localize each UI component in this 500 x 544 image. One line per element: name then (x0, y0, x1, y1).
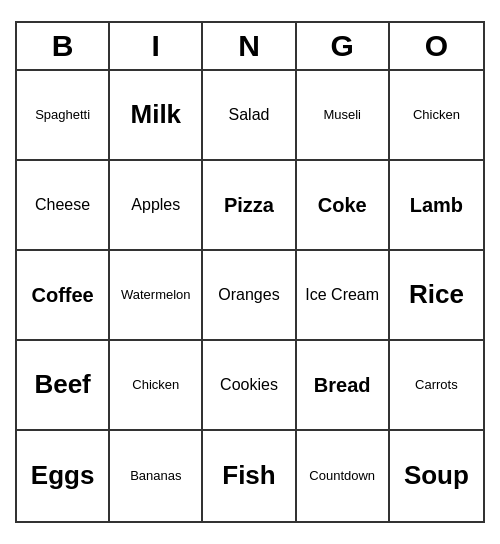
cell-text: Countdown (309, 468, 375, 484)
cell-text: Lamb (410, 193, 463, 217)
bingo-cell: Watermelon (110, 251, 203, 341)
cell-text: Ice Cream (305, 285, 379, 304)
bingo-cell: Fish (203, 431, 296, 521)
cell-text: Rice (409, 279, 464, 310)
bingo-cell: Coke (297, 161, 390, 251)
bingo-cell: Apples (110, 161, 203, 251)
bingo-cell: Salad (203, 71, 296, 161)
bingo-cell: Carrots (390, 341, 483, 431)
bingo-cell: Rice (390, 251, 483, 341)
header-letter: N (203, 23, 296, 69)
cell-text: Fish (222, 460, 275, 491)
bingo-cell: Ice Cream (297, 251, 390, 341)
cell-text: Chicken (132, 377, 179, 393)
header-letter: I (110, 23, 203, 69)
bingo-cell: Bananas (110, 431, 203, 521)
cell-text: Soup (404, 460, 469, 491)
cell-text: Bananas (130, 468, 181, 484)
cell-text: Watermelon (121, 287, 191, 303)
cell-text: Cheese (35, 195, 90, 214)
header-letter: B (17, 23, 110, 69)
bingo-cell: Chicken (110, 341, 203, 431)
bingo-grid: SpaghettiMilkSaladMuseliChickenCheeseApp… (17, 71, 483, 521)
cell-text: Eggs (31, 460, 95, 491)
cell-text: Salad (229, 105, 270, 124)
cell-text: Coffee (31, 283, 93, 307)
cell-text: Cookies (220, 375, 278, 394)
bingo-cell: Soup (390, 431, 483, 521)
cell-text: Coke (318, 193, 367, 217)
bingo-cell: Lamb (390, 161, 483, 251)
bingo-cell: Cheese (17, 161, 110, 251)
bingo-cell: Beef (17, 341, 110, 431)
bingo-header: BINGO (17, 23, 483, 71)
bingo-cell: Pizza (203, 161, 296, 251)
bingo-cell: Museli (297, 71, 390, 161)
bingo-cell: Coffee (17, 251, 110, 341)
bingo-cell: Eggs (17, 431, 110, 521)
cell-text: Spaghetti (35, 107, 90, 123)
bingo-cell: Countdown (297, 431, 390, 521)
bingo-card: BINGO SpaghettiMilkSaladMuseliChickenChe… (15, 21, 485, 523)
bingo-cell: Oranges (203, 251, 296, 341)
bingo-cell: Milk (110, 71, 203, 161)
bingo-cell: Bread (297, 341, 390, 431)
cell-text: Bread (314, 373, 371, 397)
bingo-cell: Spaghetti (17, 71, 110, 161)
header-letter: O (390, 23, 483, 69)
bingo-cell: Chicken (390, 71, 483, 161)
cell-text: Milk (131, 99, 182, 130)
cell-text: Apples (131, 195, 180, 214)
bingo-cell: Cookies (203, 341, 296, 431)
cell-text: Museli (323, 107, 361, 123)
header-letter: G (297, 23, 390, 69)
cell-text: Carrots (415, 377, 458, 393)
cell-text: Chicken (413, 107, 460, 123)
cell-text: Beef (34, 369, 90, 400)
cell-text: Pizza (224, 193, 274, 217)
cell-text: Oranges (218, 285, 279, 304)
